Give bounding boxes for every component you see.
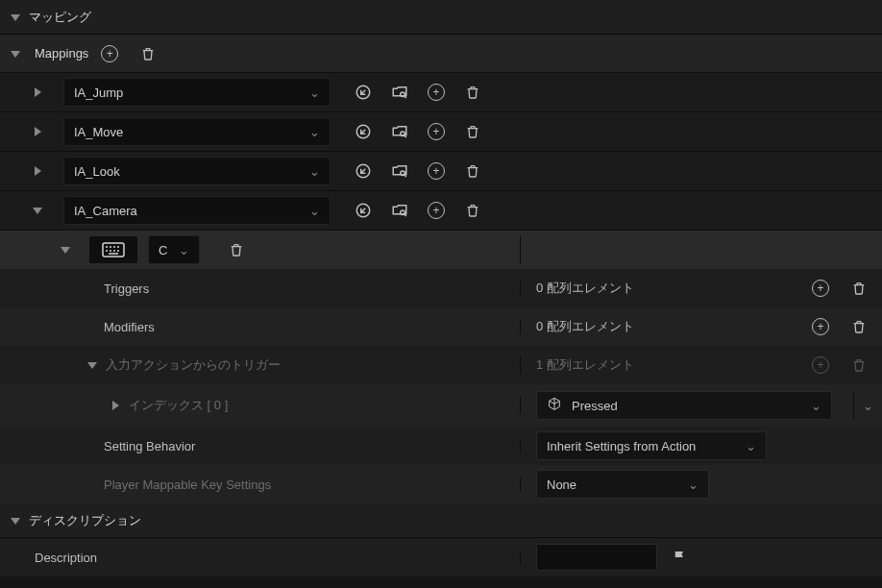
collapse-toggle[interactable] [30,203,45,218]
delete-button[interactable] [459,79,486,106]
keyboard-icon[interactable] [88,235,138,264]
clear-array-button[interactable] [845,313,872,340]
collapse-toggle[interactable] [8,10,23,25]
expand-toggle[interactable] [30,124,45,139]
modifiers-label: Modifiers [104,320,155,334]
localize-flag-icon[interactable] [669,546,692,569]
browse-asset-icon[interactable] [386,197,413,224]
property-input-trigger: 入力アクションからのトリガー 1 配列エレメント + [0,346,882,384]
expand-toggle[interactable] [30,163,45,179]
mapping-asset-dropdown[interactable]: IA_Look ⌄ [63,157,331,185]
delete-button[interactable] [459,158,486,184]
mapping-item-ia-look: IA_Look ⌄ + [0,152,882,191]
index-label: インデックス [ 0 ] [129,397,228,414]
delete-mapping-button[interactable] [135,40,161,67]
mapping-item-ia-camera: IA_Camera ⌄ + [0,191,882,231]
use-selected-asset-icon[interactable] [350,118,377,145]
property-setting-behavior: Setting Behavior Inherit Settings from A… [0,427,882,465]
section-mapping-label: マッピング [29,9,91,26]
section-description-label: ディスクリプション [29,512,141,529]
setting-behavior-label: Setting Behavior [104,439,195,453]
object-icon [547,397,562,415]
player-mappable-dropdown[interactable]: None ⌄ [536,470,709,499]
mappings-header: Mappings + [0,35,882,73]
delete-button[interactable] [459,118,486,145]
pressed-dropdown[interactable]: Pressed ⌄ [536,391,832,420]
triggers-value: 0 配列エレメント [536,280,796,297]
mapping-item-ia-jump: IA_Jump ⌄ + [0,73,882,112]
expand-toggle[interactable] [108,398,123,413]
browse-asset-icon[interactable] [386,79,413,106]
mappings-label: Mappings [35,46,88,61]
add-array-element-button[interactable]: + [807,313,834,340]
input-trigger-value: 1 配列エレメント [536,356,796,374]
add-array-element-button[interactable]: + [807,352,834,379]
collapse-toggle[interactable] [85,357,100,373]
delete-key-button[interactable] [223,236,250,263]
key-binding-row: C ⌄ [0,231,882,269]
expand-side-button[interactable]: ⌄ [853,391,882,420]
property-index-0: インデックス [ 0 ] Pressed ⌄ ⌄ [0,384,882,427]
browse-asset-icon[interactable] [386,158,413,184]
property-description: Description [0,538,882,576]
mapping-item-ia-move: IA_Move ⌄ + [0,112,882,152]
description-label: Description [35,551,97,565]
property-modifiers: Modifiers 0 配列エレメント + [0,307,882,346]
use-selected-asset-icon[interactable] [350,158,377,184]
mapping-asset-dropdown[interactable]: IA_Camera ⌄ [63,196,331,225]
player-mappable-label: Player Mappable Key Settings [104,478,271,492]
mapping-asset-dropdown[interactable]: IA_Move ⌄ [63,117,331,146]
property-player-mappable: Player Mappable Key Settings None ⌄ [0,465,882,503]
key-select-dropdown[interactable]: C ⌄ [148,235,200,264]
mapping-asset-dropdown[interactable]: IA_Jump ⌄ [63,78,331,107]
clear-array-button[interactable] [845,352,872,379]
input-trigger-label: 入力アクションからのトリガー [106,356,281,374]
property-triggers: Triggers 0 配列エレメント + [0,269,882,307]
collapse-toggle[interactable] [8,513,23,528]
add-array-element-button[interactable]: + [807,275,834,302]
svg-point-3 [401,132,405,136]
add-key-button[interactable]: + [423,158,450,184]
setting-behavior-dropdown[interactable]: Inherit Settings from Action ⌄ [536,431,767,460]
use-selected-asset-icon[interactable] [350,79,377,106]
clear-array-button[interactable] [845,275,872,302]
section-mapping: マッピング [0,0,882,35]
collapse-toggle[interactable] [8,46,23,61]
browse-asset-icon[interactable] [386,118,413,145]
use-selected-asset-icon[interactable] [350,197,377,224]
description-input[interactable] [536,544,657,571]
add-key-button[interactable]: + [423,118,450,145]
svg-point-7 [401,210,405,215]
add-key-button[interactable]: + [423,197,450,224]
modifiers-value: 0 配列エレメント [536,318,796,335]
triggers-label: Triggers [104,282,149,296]
svg-point-1 [401,92,405,97]
add-key-button[interactable]: + [423,79,450,106]
add-mapping-button[interactable]: + [96,40,123,67]
svg-point-5 [401,171,405,176]
delete-button[interactable] [459,197,486,224]
svg-rect-8 [103,243,124,257]
expand-toggle[interactable] [30,85,45,100]
collapse-toggle[interactable] [58,242,73,257]
section-description: ディスクリプション [0,503,882,538]
